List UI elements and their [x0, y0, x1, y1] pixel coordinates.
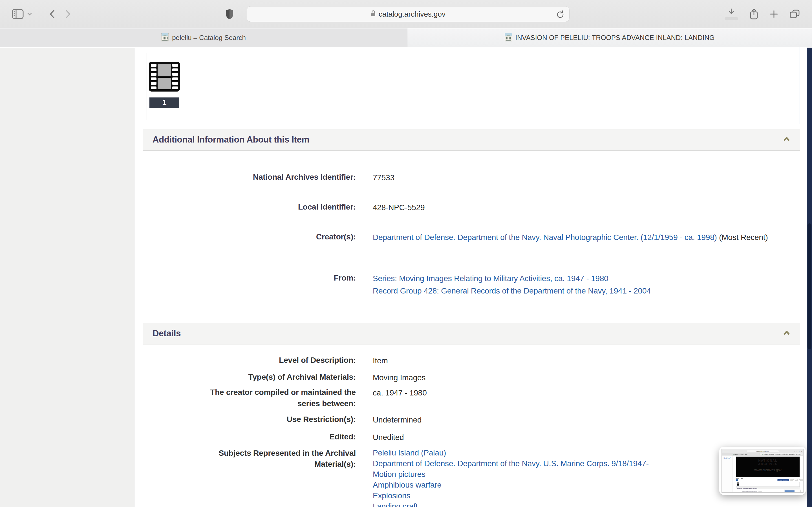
preview-sidebar: Need Help?: [722, 456, 732, 493]
downloads-button[interactable]: [725, 8, 738, 20]
meta-label: The creator compiled or maintained the s…: [146, 387, 356, 409]
preview-reel-label: Reel: 1 of 1: [736, 478, 743, 479]
subject-link[interactable]: Explosions: [373, 490, 776, 501]
meta-value: Item: [373, 355, 776, 367]
meta-value: Moving Images: [373, 372, 776, 384]
tab-title: INVASION OF PELELIU: TROOPS ADVANCE INLA…: [515, 34, 715, 42]
preview-nav-icons: ▢ ‹ ›: [723, 451, 729, 452]
lock-icon: [371, 10, 376, 18]
screenshot-preview-thumbnail[interactable]: ▢ ‹ › catalog.archives.gov ↓ ⌗ + ▣ pelel…: [719, 447, 806, 495]
tab-bar: peleliu – Catalog Search INVASION OF PEL…: [0, 29, 812, 47]
preview-contributions-button: View/Add Contributions: [777, 479, 789, 481]
meta-label: From:: [146, 272, 356, 284]
meta-label: Subjects Represented in the Archival Mat…: [146, 448, 356, 469]
forward-button[interactable]: [65, 9, 71, 19]
nara-favicon: [505, 33, 512, 43]
media-thumbnail-panel: 1: [143, 47, 800, 124]
sidebar-chevron-down-icon[interactable]: [27, 12, 32, 16]
meta-value: Undetermined: [373, 414, 776, 426]
meta-label: Use Restriction(s):: [146, 414, 356, 425]
subject-link[interactable]: Amphibious warfare: [373, 480, 776, 490]
preview-favicon: [762, 454, 763, 455]
film-strip-thumbnail[interactable]: [149, 62, 180, 93]
preview-toolbar: ▢ ‹ › catalog.archives.gov ↓ ⌗ + ▣: [722, 449, 804, 453]
preview-pager-of: of 1: [798, 480, 800, 481]
preview-download-button: [736, 480, 738, 481]
preview-popup-panel: [784, 490, 801, 493]
preview-address-bar: catalog.archives.gov: [747, 450, 779, 452]
meta-value: ca. 1947 - 1980: [373, 387, 776, 399]
preview-thumbnail-strip: [736, 482, 800, 487]
page-scrollbar-track[interactable]: [807, 48, 812, 507]
preview-watermark-url: www.archives.gov: [736, 468, 800, 472]
preview-section-header: Additional Information About this Item ⌃: [736, 487, 800, 489]
preview-pager-button: [790, 480, 791, 481]
subject-link[interactable]: Peleliu Island (Palau): [373, 448, 776, 458]
preview-watermark: NATIONAL ARCHIVES: [736, 459, 800, 466]
meta-value: 428-NPC-5529: [373, 202, 776, 214]
meta-label: National Archives Identifier:: [146, 172, 356, 183]
nara-favicon: [161, 33, 168, 43]
preview-video-player: NATIONAL ARCHIVES www.archives.gov: [736, 457, 800, 477]
section-title: Additional Information About this Item: [153, 135, 309, 145]
preview-pager-button: [800, 480, 802, 481]
subject-link[interactable]: Department of Defense. Department of the…: [373, 458, 776, 469]
meta-label: Creator(s):: [146, 231, 356, 242]
share-button[interactable]: [749, 8, 758, 20]
meta-value: Series: Moving Images Relating to Milita…: [373, 272, 776, 297]
creator-link[interactable]: Department of Defense. Department of the…: [373, 233, 717, 242]
url-text: catalog.archives.gov: [378, 10, 446, 18]
creator-suffix: (Most Recent): [717, 233, 768, 242]
thumbnail-index-badge: 1: [149, 98, 179, 108]
page-scrollbar-thumb[interactable]: [808, 223, 811, 349]
section-title: Details: [153, 328, 181, 339]
tab-catalog-search[interactable]: peleliu – Catalog Search: [0, 29, 407, 47]
page-left-gutter: [0, 48, 135, 507]
collapse-chevron-up-icon[interactable]: [783, 136, 790, 143]
preview-need-help-link: Need Help?: [723, 457, 731, 459]
tab-overview-button[interactable]: [790, 9, 800, 19]
subject-link[interactable]: Motion pictures: [373, 469, 776, 480]
subject-link[interactable]: Landing craft: [373, 501, 776, 507]
meta-value: Peleliu Island (Palau) Department of Def…: [373, 448, 776, 507]
preview-pager-button: [792, 480, 793, 481]
thumbnail-strip: 1: [147, 53, 796, 120]
series-link[interactable]: Series: Moving Images Relating to Milita…: [373, 272, 776, 285]
preview-meta-row: Local Identifier: 428-NPC-5529: [736, 492, 800, 493]
reload-button[interactable]: [556, 10, 565, 19]
preview-tab-bar: peleliu – Catalog Search INVASION OF PEL…: [722, 453, 804, 456]
preview-film-badge: [737, 485, 739, 487]
page-content: 1 Additional Information About this Item…: [135, 48, 807, 507]
meta-label: Level of Description:: [146, 355, 356, 366]
preview-page-input: 1: [796, 479, 798, 481]
tab-peleliu-item[interactable]: INVASION OF PELELIU: TROOPS ADVANCE INLA…: [407, 29, 812, 47]
back-button[interactable]: [49, 9, 55, 19]
sidebar-toggle-button[interactable]: [12, 9, 24, 19]
preview-tab-title: peleliu – Catalog Search: [734, 454, 748, 455]
meta-label: Type(s) of Archival Materials:: [146, 372, 356, 383]
preview-pager-button: [802, 480, 803, 481]
record-group-link[interactable]: Record Group 428: General Records of the…: [373, 285, 776, 297]
meta-value: 77533: [373, 172, 776, 184]
browser-toolbar: catalog.archives.gov: [0, 0, 812, 28]
preview-film-icon: [737, 483, 739, 485]
address-bar[interactable]: catalog.archives.gov: [247, 6, 569, 22]
meta-label: Local Identifier:: [146, 202, 356, 213]
privacy-shield-icon[interactable]: [225, 9, 234, 19]
meta-label: Edited:: [146, 431, 356, 443]
preview-tab-title: INVASION OF PELELIU: TROOPS ADVANCE INLA…: [764, 454, 801, 455]
preview-favicon: [733, 454, 734, 455]
meta-value: Department of Defense. Department of the…: [373, 231, 776, 244]
new-tab-button[interactable]: [770, 10, 778, 18]
download-progress-bar: [725, 17, 738, 20]
tab-title: peleliu – Catalog Search: [172, 34, 246, 42]
section-additional-info-header[interactable]: Additional Information About this Item: [143, 129, 800, 151]
meta-value: Unedited: [373, 431, 776, 444]
collapse-chevron-up-icon[interactable]: [783, 330, 790, 337]
preview-window: ▢ ‹ › catalog.archives.gov ↓ ⌗ + ▣ pelel…: [721, 449, 804, 493]
section-details-header[interactable]: Details: [143, 323, 800, 344]
preview-toolbar-icons: ↓ ⌗ + ▣: [794, 451, 803, 452]
web-page: 1 Additional Information About this Item…: [0, 48, 812, 507]
